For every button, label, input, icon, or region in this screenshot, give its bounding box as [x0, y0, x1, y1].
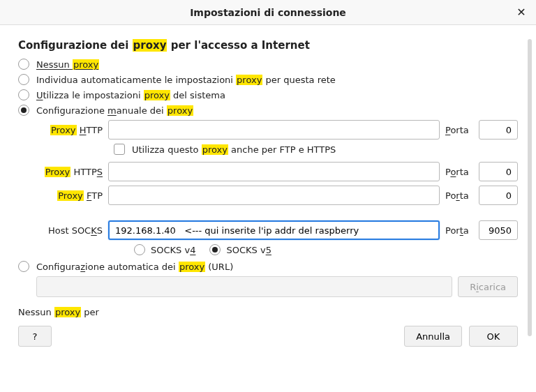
- button-bar: ? Annulla OK: [18, 326, 518, 347]
- label-http-port: Porta: [445, 125, 473, 135]
- radio-system-proxy[interactable]: [18, 89, 29, 100]
- label-socks-v4: SOCKS v4: [151, 245, 195, 255]
- label-https-proxy: Proxy HTTPS: [36, 167, 103, 177]
- label-use-for-all: Utilizza questo proxy anche per FTP e HT…: [132, 144, 336, 155]
- label-socks-host: Host SOCKS: [36, 225, 103, 236]
- radio-auto-config-url[interactable]: [18, 261, 29, 272]
- help-button[interactable]: ?: [18, 326, 52, 347]
- manual-proxy-fields: Proxy HTTP Porta Utilizza questo proxy a…: [36, 120, 518, 255]
- titlebar: Impostazioni di connessione ✕: [0, 0, 536, 25]
- radio-auto-detect[interactable]: [18, 74, 29, 85]
- cancel-button[interactable]: Annulla: [404, 326, 462, 347]
- https-proxy-input[interactable]: [108, 162, 440, 181]
- dialog-content: Configurazione dei proxy per l'accesso a…: [0, 25, 536, 392]
- label-manual-proxy: Configurazione manuale dei proxy: [36, 105, 193, 116]
- label-no-proxy: Nessun proxy: [36, 59, 99, 70]
- ftp-proxy-input[interactable]: [108, 186, 440, 205]
- label-ftp-proxy: Proxy FTP: [36, 190, 103, 201]
- close-icon[interactable]: ✕: [515, 6, 528, 18]
- http-proxy-input[interactable]: [108, 120, 440, 140]
- label-auto-detect: Individua automaticamente le impostazion…: [36, 75, 336, 85]
- label-http-proxy: Proxy HTTP: [36, 125, 103, 135]
- scrollbar[interactable]: [528, 39, 532, 336]
- ok-button[interactable]: OK: [469, 326, 518, 347]
- label-socks-port: Porta: [445, 225, 473, 236]
- section-title-post: per l'accesso a Internet: [167, 39, 309, 52]
- label-ftp-port: Porta: [445, 190, 473, 201]
- ftp-port-input[interactable]: [479, 186, 518, 205]
- radio-manual-proxy[interactable]: [18, 105, 29, 116]
- socks-host-input[interactable]: [108, 220, 440, 240]
- https-port-input[interactable]: [479, 162, 518, 181]
- radio-socks-v4[interactable]: [134, 244, 145, 255]
- section-title: Configurazione dei proxy per l'accesso a…: [18, 39, 518, 52]
- auto-config-url-input: [36, 276, 452, 297]
- radio-socks-v5[interactable]: [209, 244, 221, 255]
- label-socks-v5: SOCKS v5: [226, 245, 271, 255]
- reload-button: Ricarica: [458, 276, 518, 297]
- socks-port-input[interactable]: [479, 220, 518, 240]
- section-title-hl: proxy: [133, 39, 168, 52]
- label-no-proxy-for: Nessun proxy per: [18, 307, 518, 317]
- label-auto-config-url: Configurazione automatica dei proxy (URL…: [36, 262, 233, 272]
- dialog-title: Impostazioni di connessione: [190, 7, 346, 18]
- http-port-input[interactable]: [479, 120, 518, 140]
- label-https-port: Porta: [445, 167, 473, 177]
- checkbox-use-for-all[interactable]: [114, 144, 125, 155]
- radio-no-proxy[interactable]: [18, 59, 29, 70]
- section-title-pre: Configurazione dei: [18, 39, 133, 52]
- label-system-proxy: Utilizza le impostazioni proxy del siste…: [36, 90, 225, 100]
